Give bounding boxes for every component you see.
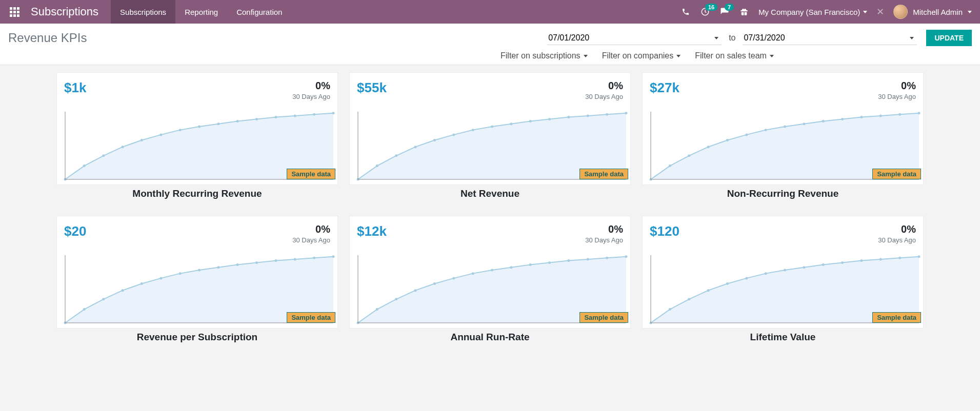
svg-point-96 [841, 261, 844, 264]
company-selector[interactable]: My Company (San Francisco) [758, 8, 867, 16]
chevron-down-icon [863, 11, 867, 13]
svg-point-63 [274, 259, 277, 262]
kpi-title: Monthly Recurring Revenue [56, 188, 338, 199]
svg-point-32 [625, 112, 627, 114]
svg-point-9 [217, 122, 219, 125]
svg-point-97 [860, 259, 863, 262]
date-to-input[interactable] [743, 31, 917, 45]
sample-data-badge: Sample data [579, 312, 628, 323]
svg-point-2 [83, 165, 86, 167]
svg-point-87 [669, 308, 671, 311]
svg-point-56 [141, 282, 143, 285]
nav-tab-subscriptions[interactable]: Subscriptions [111, 0, 175, 24]
svg-point-78 [529, 263, 532, 266]
svg-point-64 [294, 258, 296, 260]
svg-point-36 [669, 165, 671, 167]
svg-point-57 [159, 277, 162, 279]
kpi-sub: 30 Days Ago [585, 93, 623, 100]
sample-data-badge: Sample data [287, 169, 335, 179]
svg-point-54 [102, 298, 105, 300]
svg-point-31 [606, 113, 608, 116]
nav-tab-configuration[interactable]: Configuration [227, 0, 291, 24]
svg-point-81 [587, 258, 589, 260]
svg-point-28 [548, 118, 551, 120]
kpi-title: Annual Run-Rate [349, 332, 631, 343]
svg-point-48 [898, 113, 901, 116]
gift-icon[interactable] [739, 7, 749, 17]
svg-point-99 [898, 257, 901, 259]
svg-point-82 [606, 257, 608, 259]
kpi-value: $120 [650, 223, 679, 239]
update-button[interactable]: UPDATE [926, 30, 972, 46]
svg-point-5 [141, 139, 143, 141]
kpi-card[interactable]: $1k 0% 30 Days Ago Sample data [56, 72, 338, 185]
svg-point-55 [122, 289, 124, 292]
svg-point-42 [784, 126, 786, 128]
svg-point-77 [510, 266, 512, 269]
close-icon[interactable]: ✕ [876, 6, 884, 17]
svg-point-65 [313, 257, 315, 259]
kpi-sub: 30 Days Ago [585, 236, 623, 244]
kpi-value: $12k [357, 223, 387, 239]
svg-point-95 [822, 263, 825, 266]
sample-data-badge: Sample data [287, 312, 335, 323]
kpi-sub: 30 Days Ago [292, 236, 330, 244]
svg-point-98 [879, 258, 882, 260]
kpi-card[interactable]: $27k 0% 30 Days Ago Sample data [642, 72, 924, 185]
svg-point-53 [83, 308, 86, 311]
activities-icon[interactable]: 16 [700, 7, 710, 17]
messages-badge: 7 [725, 4, 734, 11]
kpi-card[interactable]: $20 0% 30 Days Ago Sample data [56, 216, 338, 328]
svg-point-38 [707, 146, 710, 148]
svg-point-13 [294, 114, 296, 117]
user-menu[interactable]: Mitchell Admin [893, 5, 972, 19]
filter-subscriptions[interactable]: Filter on subscriptions [501, 51, 588, 60]
kpi-sub: 30 Days Ago [878, 236, 916, 244]
svg-point-40 [745, 133, 748, 136]
svg-point-27 [529, 120, 532, 122]
svg-point-23 [452, 133, 455, 136]
svg-point-88 [688, 298, 690, 300]
kpi-pct: 0% [878, 80, 916, 92]
kpi-card[interactable]: $12k 0% 30 Days Ago Sample data [349, 216, 631, 328]
svg-point-19 [376, 165, 378, 167]
phone-icon[interactable] [681, 7, 691, 17]
apps-icon[interactable] [8, 6, 21, 18]
svg-point-30 [587, 114, 589, 117]
svg-point-8 [198, 126, 201, 128]
kpi-title: Revenue per Subscription [56, 332, 338, 343]
kpi-card[interactable]: $55k 0% 30 Days Ago Sample data [349, 72, 631, 185]
svg-point-79 [548, 261, 551, 264]
activities-badge: 16 [705, 4, 717, 11]
chevron-down-icon [676, 55, 681, 57]
kpi-title: Lifetime Value [642, 332, 924, 343]
svg-point-70 [376, 308, 378, 311]
page-title: Revenue KPIs [8, 31, 87, 45]
chevron-down-icon [770, 55, 774, 57]
svg-point-29 [567, 116, 570, 118]
kpi-pct: 0% [585, 223, 623, 235]
svg-point-3 [102, 154, 105, 157]
svg-point-7 [179, 129, 182, 131]
svg-point-74 [452, 277, 455, 279]
svg-point-72 [414, 289, 417, 292]
svg-point-10 [236, 120, 239, 122]
svg-point-76 [491, 269, 493, 272]
date-from-input[interactable] [547, 31, 722, 45]
svg-point-83 [625, 255, 627, 258]
messages-icon[interactable]: 7 [719, 7, 730, 17]
filter-sales-team[interactable]: Filter on sales team [695, 51, 774, 60]
svg-point-26 [510, 122, 512, 125]
kpi-title: Net Revenue [349, 188, 631, 199]
chevron-down-icon [584, 55, 588, 57]
nav-tab-reporting[interactable]: Reporting [175, 0, 227, 24]
svg-point-60 [217, 266, 219, 269]
filter-companies[interactable]: Filter on companies [602, 51, 681, 60]
kpi-pct: 0% [292, 80, 330, 92]
kpi-card[interactable]: $120 0% 30 Days Ago Sample data [642, 216, 924, 328]
svg-point-43 [803, 122, 805, 125]
svg-point-47 [879, 114, 882, 117]
user-name: Mitchell Admin [913, 8, 963, 16]
svg-point-93 [784, 269, 786, 272]
app-brand: Subscriptions [31, 5, 98, 18]
